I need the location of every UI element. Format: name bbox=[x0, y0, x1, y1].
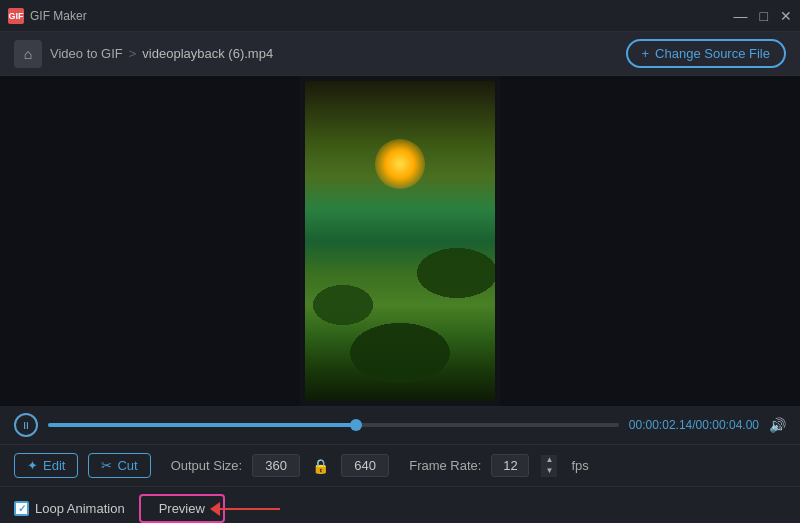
progress-fill bbox=[48, 423, 356, 427]
cut-button[interactable]: ✂ Cut bbox=[88, 453, 150, 478]
edit-icon: ✦ bbox=[27, 458, 38, 473]
cut-icon: ✂ bbox=[101, 458, 112, 473]
loop-bar: ✓ Loop Animation Preview bbox=[0, 486, 800, 523]
lock-icon[interactable]: 🔒 bbox=[312, 458, 329, 474]
output-height-input[interactable] bbox=[341, 454, 389, 477]
fps-spinner[interactable]: ▲ ▼ bbox=[541, 455, 557, 477]
title-bar-controls: — □ ✕ bbox=[734, 9, 792, 23]
output-size-label: Output Size: bbox=[171, 458, 243, 473]
progress-track[interactable] bbox=[48, 423, 619, 427]
video-side-left bbox=[0, 76, 300, 406]
edit-label: Edit bbox=[43, 458, 65, 473]
output-width-input[interactable] bbox=[252, 454, 300, 477]
video-preview bbox=[305, 81, 495, 401]
close-button[interactable]: ✕ bbox=[780, 9, 792, 23]
app-icon: GIF bbox=[8, 8, 24, 24]
controls-bar: ✦ Edit ✂ Cut Output Size: 🔒 Frame Rate: … bbox=[0, 444, 800, 486]
video-side-right bbox=[500, 76, 800, 406]
home-button[interactable]: ⌂ bbox=[14, 40, 42, 68]
minimize-button[interactable]: — bbox=[734, 9, 748, 23]
title-bar: GIF GIF Maker — □ ✕ bbox=[0, 0, 800, 32]
arrow-line bbox=[220, 508, 280, 510]
video-leaves-overlay bbox=[305, 81, 495, 401]
loop-label: Loop Animation bbox=[35, 501, 125, 516]
pause-icon: ⏸ bbox=[21, 420, 31, 431]
preview-button[interactable]: Preview bbox=[139, 494, 225, 523]
frame-rate-input[interactable] bbox=[491, 454, 529, 477]
frame-rate-label: Frame Rate: bbox=[409, 458, 481, 473]
time-display: 00:00:02.14/00:00:04.00 bbox=[629, 418, 759, 432]
nav-left: ⌂ Video to GIF > videoplayback (6).mp4 bbox=[14, 40, 273, 68]
home-icon: ⌂ bbox=[24, 46, 32, 62]
edit-button[interactable]: ✦ Edit bbox=[14, 453, 78, 478]
progress-thumb bbox=[350, 419, 362, 431]
pause-button[interactable]: ⏸ bbox=[14, 413, 38, 437]
cut-label: Cut bbox=[117, 458, 137, 473]
breadcrumb: Video to GIF > videoplayback (6).mp4 bbox=[50, 46, 273, 61]
change-source-button[interactable]: + Change Source File bbox=[626, 39, 787, 68]
video-area bbox=[0, 76, 800, 406]
breadcrumb-root[interactable]: Video to GIF bbox=[50, 46, 123, 61]
time-total: 00:00:04.00 bbox=[696, 418, 759, 432]
progress-area: ⏸ 00:00:02.14/00:00:04.00 🔊 bbox=[0, 406, 800, 444]
checkbox-check-icon: ✓ bbox=[18, 503, 26, 514]
title-bar-left: GIF GIF Maker bbox=[8, 8, 87, 24]
volume-button[interactable]: 🔊 bbox=[769, 417, 786, 433]
app-title: GIF Maker bbox=[30, 9, 87, 23]
fps-down-button[interactable]: ▼ bbox=[541, 466, 557, 477]
breadcrumb-separator: > bbox=[129, 46, 137, 61]
loop-checkbox[interactable]: ✓ bbox=[14, 501, 29, 516]
change-source-label: Change Source File bbox=[655, 46, 770, 61]
loop-checkbox-wrap[interactable]: ✓ Loop Animation bbox=[14, 501, 125, 516]
plus-icon: + bbox=[642, 46, 650, 61]
fps-up-button[interactable]: ▲ bbox=[541, 455, 557, 466]
volume-icon: 🔊 bbox=[769, 417, 786, 433]
nav-bar: ⌂ Video to GIF > videoplayback (6).mp4 +… bbox=[0, 32, 800, 76]
time-current: 00:00:02.14 bbox=[629, 418, 692, 432]
maximize-button[interactable]: □ bbox=[760, 9, 768, 23]
breadcrumb-filename: videoplayback (6).mp4 bbox=[142, 46, 273, 61]
preview-label: Preview bbox=[159, 501, 205, 516]
fps-label: fps bbox=[571, 458, 588, 473]
